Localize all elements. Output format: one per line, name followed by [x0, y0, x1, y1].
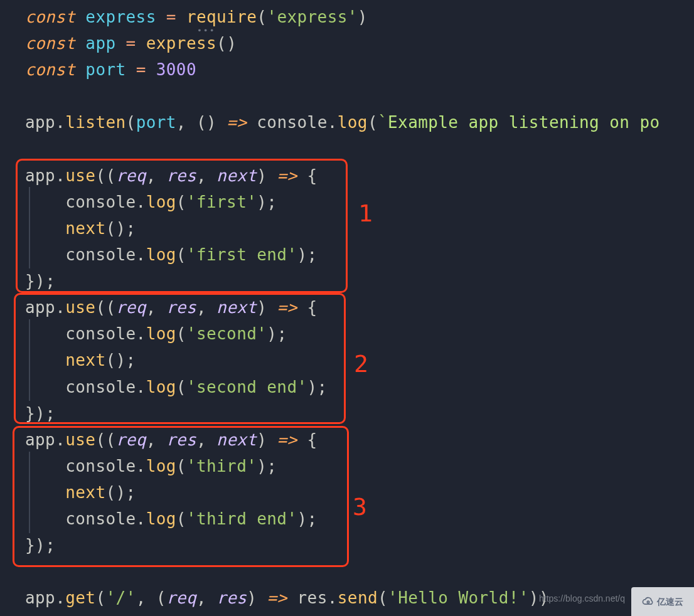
watermark-text: https://blog.csdn.net/q — [539, 592, 625, 606]
number: 3000 — [156, 60, 196, 79]
highlight-label-1: 1 — [358, 194, 373, 233]
cloud-icon — [642, 595, 654, 608]
provider-logo: 亿速云 — [631, 587, 694, 616]
highlight-label-3: 3 — [353, 488, 367, 527]
param: req — [116, 166, 146, 185]
code-editor-viewport: ••• const express = require('express') c… — [0, 0, 694, 616]
svg-point-0 — [647, 601, 649, 603]
logo-text: 亿速云 — [657, 595, 683, 609]
highlight-label-2: 2 — [354, 345, 368, 384]
string: 'express' — [267, 8, 357, 26]
template-string: Example app listening on po — [388, 113, 659, 132]
keyword: const — [25, 8, 75, 26]
code-block: const express = require('express') const… — [25, 4, 660, 612]
function: require — [186, 8, 257, 26]
variable: express — [85, 8, 156, 26]
